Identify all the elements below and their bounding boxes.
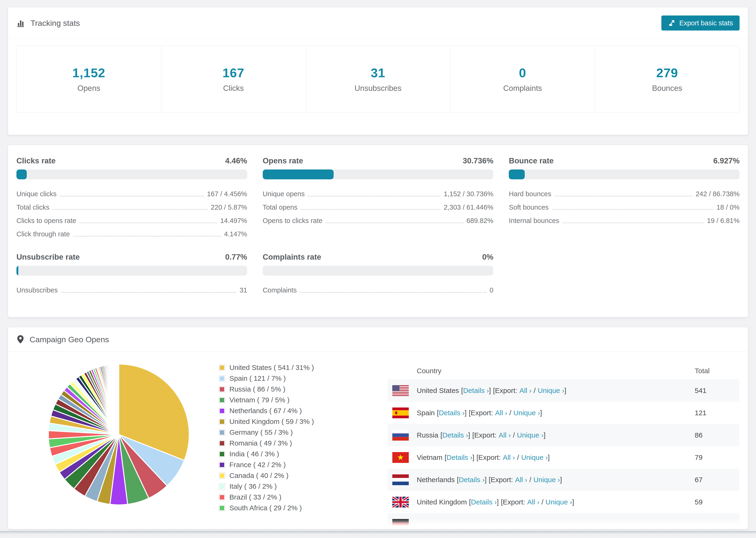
legend-item[interactable]: Germany ( 55 / 3% ) (219, 427, 314, 438)
dotted-leader (60, 196, 204, 196)
stat-box: 167 Clicks (161, 45, 306, 112)
legend-item[interactable]: Russia ( 86 / 5% ) (219, 384, 314, 395)
export-all-link[interactable]: All › (515, 476, 527, 484)
rate-detail-value: 167 / 4.456% (207, 190, 247, 198)
unsubscribe-rate-progressbar (17, 266, 247, 276)
details-link[interactable]: Details › (439, 409, 465, 417)
geo-table-row: Vietnam [Details ›] [Export:All ›/Unique… (388, 446, 739, 468)
legend-label: United States ( 541 / 31% ) (229, 364, 314, 372)
dotted-leader (61, 292, 237, 293)
legend-swatch (219, 505, 225, 511)
stat-box: 31 Unsubscribes (306, 45, 451, 112)
geo-table-row: Russia [Details ›] [Export:All ›/Unique … (388, 424, 739, 446)
export-label: Export: (474, 431, 497, 439)
legend-swatch (219, 483, 225, 490)
dotted-leader (300, 292, 486, 293)
export-icon (668, 19, 675, 27)
legend-label: South Africa ( 29 / 2% ) (229, 504, 302, 512)
export-unique-link[interactable]: Unique › (517, 431, 544, 439)
opens-rate-panel: Opens rate 30.736% Unique opens 1,152 / … (263, 156, 494, 241)
country-total: 67 (695, 476, 702, 484)
export-unique-link[interactable]: Unique › (546, 498, 572, 506)
rate-detail-row: Hard bounces 242 / 86.738% (509, 187, 739, 201)
dotted-leader (552, 209, 713, 210)
details-link[interactable]: Details › (442, 431, 468, 439)
rate-detail-row: Unique opens 1,152 / 30.736% (263, 187, 494, 201)
legend-item[interactable]: Spain ( 121 / 7% ) (219, 373, 314, 384)
rate-detail-value: 220 / 5.87% (211, 203, 247, 211)
clicks-rate-panel: Clicks rate 4.46% Unique clicks 167 / 4.… (17, 156, 247, 241)
rates-grid: Clicks rate 4.46% Unique clicks 167 / 4.… (17, 156, 739, 297)
export-basic-stats-button[interactable]: Export basic stats (661, 16, 739, 30)
rate-detail-value: 19 / 6.81% (707, 217, 739, 225)
country-name: Netherlands (417, 476, 455, 484)
clicks-rate-progressbar (17, 170, 247, 179)
legend-item[interactable]: Vietnam ( 79 / 5% ) (219, 395, 314, 405)
tracking-stats-card: Tracking stats Export basic stats 1,152 … (8, 7, 748, 135)
geo-table: Country Total United States [Details ›] … (388, 366, 739, 529)
stat-label: Clicks (223, 84, 244, 93)
rate-detail-label: Opens to clicks rate (263, 217, 323, 225)
legend-item[interactable]: United States ( 541 / 31% ) (219, 362, 314, 373)
export-unique-link[interactable]: Unique › (533, 476, 560, 484)
export-all-link[interactable]: All › (519, 387, 531, 395)
export-all-link[interactable]: All › (499, 431, 511, 439)
legend-label: Netherlands ( 67 / 4% ) (229, 407, 302, 415)
geo-table-row: United States [Details ›] [Export:All ›/… (388, 379, 739, 402)
legend-item[interactable]: United Kingdom ( 59 / 3% ) (219, 416, 314, 427)
details-link[interactable]: Details › (447, 454, 472, 461)
complaints-rate-value: 0% (482, 252, 494, 261)
legend-item[interactable]: Italy ( 36 / 2% ) (219, 481, 314, 492)
opens-rate-value: 30.736% (463, 156, 493, 165)
rate-detail-label: Complaints (263, 286, 297, 294)
legend-swatch (219, 375, 225, 382)
rate-detail-row: Total opens 2,303 / 61.446% (263, 201, 494, 214)
legend-label: United Kingdom ( 59 / 3% ) (229, 418, 314, 426)
export-unique-link[interactable]: Unique › (513, 409, 540, 417)
legend-swatch (219, 429, 225, 436)
clicks-rate-value: 4.46% (225, 156, 247, 165)
details-link[interactable]: Details › (471, 498, 497, 506)
geo-pie-chart[interactable] (46, 362, 191, 507)
export-label: Export: (471, 409, 493, 417)
legend-swatch (219, 494, 225, 501)
export-all-link[interactable]: All › (527, 498, 540, 506)
legend-item[interactable]: India ( 46 / 3% ) (219, 449, 314, 459)
legend-label: Romania ( 49 / 3% ) (229, 439, 292, 447)
legend-label: Spain ( 121 / 7% ) (229, 374, 286, 382)
details-link[interactable]: Details › (463, 387, 489, 395)
export-label: Export: (503, 498, 525, 506)
legend-item[interactable]: Netherlands ( 67 / 4% ) (219, 405, 314, 416)
rate-detail-value: 0 (490, 286, 493, 294)
legend-label: Brazil ( 33 / 2% ) (229, 493, 282, 501)
rate-detail-row: Unsubscribes 31 (17, 284, 247, 297)
legend-item[interactable]: Brazil ( 33 / 2% ) (219, 492, 314, 503)
legend-item[interactable]: France ( 42 / 2% ) (219, 459, 314, 470)
legend-label: India ( 46 / 3% ) (229, 450, 279, 458)
rate-detail-label: Click through rate (17, 230, 70, 238)
stat-value: 0 (519, 66, 526, 80)
export-basic-stats-label: Export basic stats (679, 19, 733, 27)
geo-table-partial-row (388, 513, 739, 529)
export-all-link[interactable]: All › (503, 454, 515, 461)
export-all-link[interactable]: All › (495, 409, 507, 417)
rate-detail-value: 2,303 / 61.446% (444, 203, 493, 211)
export-unique-link[interactable]: Unique › (521, 454, 548, 461)
legend-item[interactable]: Canada ( 40 / 2% ) (219, 470, 314, 481)
details-link[interactable]: Details › (459, 476, 485, 484)
tracking-stats-title-label: Tracking stats (30, 19, 80, 28)
legend-item[interactable]: South Africa ( 29 / 2% ) (219, 503, 314, 513)
stat-value: 1,152 (72, 66, 105, 80)
rate-detail-label: Unique opens (263, 190, 305, 198)
bounce-rate-title: Bounce rate (509, 156, 554, 165)
legend-item[interactable]: Romania ( 49 / 3% ) (219, 438, 314, 449)
rate-detail-row: Complaints 0 (263, 284, 494, 297)
legend-swatch (219, 451, 225, 457)
rate-detail-label: Unsubscribes (17, 286, 58, 294)
rate-detail-label: Internal bounces (509, 217, 559, 225)
export-label: Export: (495, 387, 517, 395)
export-unique-link[interactable]: Unique › (538, 387, 564, 395)
geo-table-row: Netherlands [Details ›] [Export:All ›/Un… (388, 468, 739, 491)
geo-table-header-total: Total (695, 367, 710, 375)
geo-table-row: United Kingdom [Details ›] [Export:All ›… (388, 491, 739, 513)
